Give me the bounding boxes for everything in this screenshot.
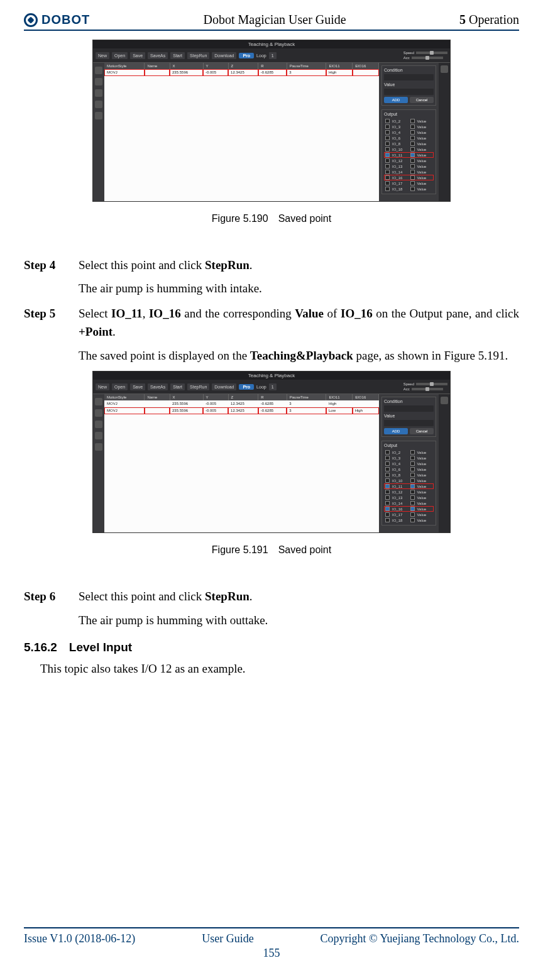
output-row-io-14[interactable]: IO_14Value: [384, 500, 434, 506]
add-button[interactable]: ADD: [384, 428, 408, 434]
loop-value[interactable]: 1: [269, 52, 277, 59]
output-row-io-18[interactable]: IO_18Value: [384, 186, 434, 192]
tool-icon[interactable]: [95, 443, 102, 451]
io-checkbox[interactable]: [385, 175, 390, 180]
output-row-io-2[interactable]: IO_2Value: [384, 449, 434, 455]
cancel-button[interactable]: Cancel: [410, 97, 434, 103]
io-checkbox[interactable]: [385, 136, 390, 140]
io-checkbox[interactable]: [385, 141, 390, 146]
output-row-io-8[interactable]: IO_8Value: [384, 141, 434, 146]
value-checkbox[interactable]: [410, 141, 415, 146]
io-checkbox[interactable]: [385, 518, 390, 522]
value-checkbox[interactable]: [410, 473, 415, 477]
output-row-io-13[interactable]: IO_13Value: [384, 163, 434, 169]
output-row-io-12[interactable]: IO_12Value: [384, 158, 434, 163]
output-row-io-17[interactable]: IO_17Value: [384, 180, 434, 186]
io-checkbox[interactable]: [385, 501, 390, 505]
io-checkbox[interactable]: [385, 490, 390, 494]
io-checkbox[interactable]: [385, 461, 390, 466]
io-checkbox[interactable]: [385, 467, 390, 471]
output-row-io-14[interactable]: IO_14Value: [384, 169, 434, 175]
new-button[interactable]: New: [96, 52, 109, 59]
value-checkbox[interactable]: [410, 478, 415, 483]
io-checkbox[interactable]: [385, 153, 390, 157]
save-button[interactable]: Save: [130, 383, 145, 390]
output-row-io-16[interactable]: IO_16Value: [384, 175, 434, 180]
acc-slider[interactable]: [412, 388, 443, 390]
add-button[interactable]: ADD: [384, 97, 408, 103]
output-row-io-10[interactable]: IO_10Value: [384, 146, 434, 152]
value-checkbox[interactable]: [410, 484, 415, 488]
io-checkbox[interactable]: [385, 507, 390, 511]
table-row[interactable]: MOVJ 235.5596 -0.005 12.3425 -0.6285 3 H…: [104, 400, 379, 407]
value-checkbox[interactable]: [410, 147, 415, 151]
io-checkbox[interactable]: [385, 478, 390, 483]
saveas-button[interactable]: SaveAs: [148, 52, 168, 59]
cancel-button[interactable]: Cancel: [410, 428, 434, 434]
output-row-io-18[interactable]: IO_18Value: [384, 517, 434, 523]
io-checkbox[interactable]: [385, 450, 390, 454]
value-checkbox[interactable]: [410, 187, 415, 191]
io-checkbox[interactable]: [385, 187, 390, 191]
value-input[interactable]: [384, 89, 434, 95]
value-checkbox[interactable]: [410, 158, 415, 163]
value-checkbox[interactable]: [410, 153, 415, 157]
value-checkbox[interactable]: [410, 181, 415, 185]
io-checkbox[interactable]: [385, 495, 390, 500]
speed-slider[interactable]: [416, 52, 447, 54]
tool-icon[interactable]: [95, 101, 102, 108]
download-button[interactable]: Download: [212, 52, 236, 59]
tool-icon[interactable]: [95, 409, 102, 417]
expand-icon[interactable]: [441, 397, 448, 404]
value-checkbox[interactable]: [410, 124, 415, 129]
output-row-io-2[interactable]: IO_2Value: [384, 118, 434, 124]
speed-slider[interactable]: [416, 383, 447, 385]
condition-dropdown[interactable]: [384, 74, 434, 80]
output-row-io-3[interactable]: IO_3Value: [384, 455, 434, 461]
value-checkbox[interactable]: [410, 164, 415, 168]
start-button[interactable]: Start: [170, 383, 185, 390]
io-checkbox[interactable]: [385, 124, 390, 129]
value-checkbox[interactable]: [410, 501, 415, 505]
table-row[interactable]: MOVJ 235.5596 -0.005 12.3425 -0.6285 3 H…: [104, 69, 379, 76]
output-row-io-4[interactable]: IO_4Value: [384, 129, 434, 135]
acc-slider[interactable]: [412, 57, 443, 59]
tool-icon[interactable]: [95, 89, 102, 97]
io-checkbox[interactable]: [385, 147, 390, 151]
output-row-io-17[interactable]: IO_17Value: [384, 512, 434, 517]
output-row-io-6[interactable]: IO_6Value: [384, 466, 434, 472]
steprun-button[interactable]: StepRun: [187, 383, 209, 390]
value-checkbox[interactable]: [410, 450, 415, 454]
tool-icon[interactable]: [95, 67, 102, 74]
value-checkbox[interactable]: [410, 136, 415, 140]
io-checkbox[interactable]: [385, 158, 390, 163]
io-checkbox[interactable]: [385, 119, 390, 123]
value-checkbox[interactable]: [410, 467, 415, 471]
value-input[interactable]: [384, 420, 434, 426]
download-button[interactable]: Download: [212, 383, 236, 390]
value-checkbox[interactable]: [410, 490, 415, 494]
value-checkbox[interactable]: [410, 170, 415, 174]
value-checkbox[interactable]: [410, 175, 415, 180]
value-checkbox[interactable]: [410, 495, 415, 500]
tool-icon[interactable]: [95, 78, 102, 85]
output-row-io-16[interactable]: IO_16Value: [384, 506, 434, 512]
output-row-io-10[interactable]: IO_10Value: [384, 478, 434, 483]
table-row[interactable]: MOVJ 235.5596 -0.005 12.3425 -0.6285 3 L…: [104, 407, 379, 414]
saveas-button[interactable]: SaveAs: [148, 383, 168, 390]
output-row-io-13[interactable]: IO_13Value: [384, 495, 434, 500]
io-checkbox[interactable]: [385, 473, 390, 477]
save-button[interactable]: Save: [130, 52, 145, 59]
io-checkbox[interactable]: [385, 456, 390, 460]
io-checkbox[interactable]: [385, 130, 390, 135]
value-checkbox[interactable]: [410, 518, 415, 522]
io-checkbox[interactable]: [385, 512, 390, 517]
value-checkbox[interactable]: [410, 119, 415, 123]
output-row-io-11[interactable]: IO_11Value: [384, 483, 434, 489]
steprun-button[interactable]: StepRun: [187, 52, 209, 59]
output-row-io-6[interactable]: IO_6Value: [384, 135, 434, 141]
value-checkbox[interactable]: [410, 456, 415, 460]
output-row-io-3[interactable]: IO_3Value: [384, 124, 434, 129]
condition-dropdown[interactable]: [384, 405, 434, 412]
value-checkbox[interactable]: [410, 507, 415, 511]
